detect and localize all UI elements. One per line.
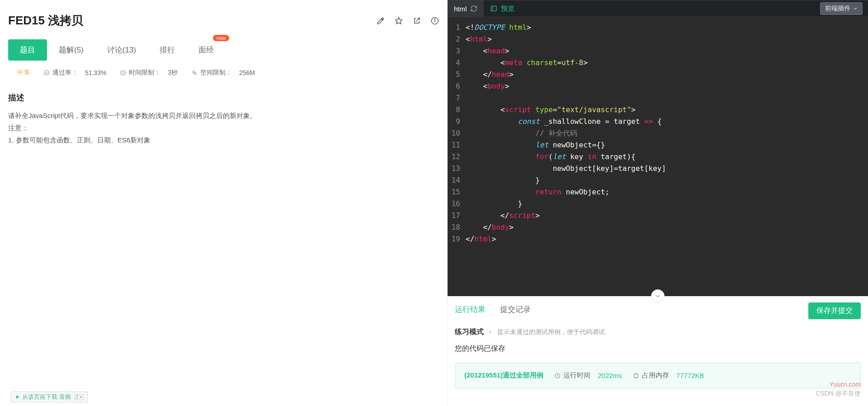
tab-ranking[interactable]: 排行 xyxy=(148,39,187,61)
watermark-csdn: CSDN @不良使 xyxy=(816,390,861,398)
line-gutter: 1 2 3 4 5 6 7 8 9 10 11 12 13 14 15 16 1… xyxy=(448,17,463,296)
tab-run-result[interactable]: 运行结果 xyxy=(455,304,486,317)
tab-interview[interactable]: 面经 new xyxy=(187,39,226,61)
star-icon[interactable] xyxy=(395,17,403,25)
chevron-down-icon xyxy=(853,6,858,11)
practice-mode-label: 练习模式 xyxy=(455,327,484,337)
mode-hint: 提示未通过的测试用例，便于代码调试 xyxy=(497,328,605,336)
problem-title: FED15 浅拷贝 xyxy=(8,13,83,28)
svg-point-4 xyxy=(44,71,49,76)
code-editor[interactable]: <!DOCTYPE html> <html> <head> <meta char… xyxy=(463,17,868,296)
new-badge: new xyxy=(213,35,229,41)
svg-marker-7 xyxy=(16,395,19,399)
tab-interview-label: 面经 xyxy=(198,46,214,54)
description-heading: 描述 xyxy=(0,90,447,109)
editor-tab-preview[interactable]: 预览 xyxy=(484,0,521,17)
title-actions xyxy=(377,17,439,25)
layout-icon xyxy=(490,5,497,12)
svg-marker-10 xyxy=(490,331,492,333)
difficulty: 中等 xyxy=(17,69,30,77)
chevron-down-icon xyxy=(655,293,661,299)
svg-rect-12 xyxy=(634,373,638,377)
editor-panel: html 预览 前端插件 1 2 3 4 5 6 7 8 9 10 11 12 … xyxy=(448,0,868,296)
meta-row: 中等 通过率： 51.33% 时间限制： 3秒 空间限制： 256M xyxy=(0,61,447,90)
info-icon[interactable] xyxy=(431,17,439,25)
tab-problem[interactable]: 题目 xyxy=(8,39,47,61)
refresh-icon[interactable] xyxy=(470,5,477,12)
tab-submit-history[interactable]: 提交记录 xyxy=(500,304,531,317)
svg-rect-8 xyxy=(491,6,496,11)
clock-icon xyxy=(554,373,561,379)
memory-icon xyxy=(633,373,639,379)
result-tabs: 运行结果 提交记录 xyxy=(455,304,531,317)
editor-tab-html[interactable]: html xyxy=(448,0,484,17)
pass-result-box: (201219551)通过全部用例 运行时间 2022ms 占用内存 77772… xyxy=(455,363,861,388)
pass-rate: 通过率： 51.33% xyxy=(43,69,106,77)
watermark-site: Yuucn.com xyxy=(830,381,861,388)
tab-discuss[interactable]: 讨论(13) xyxy=(95,39,148,61)
time-limit: 时间限制： 3秒 xyxy=(120,69,178,77)
svg-marker-0 xyxy=(396,17,402,24)
svg-point-3 xyxy=(434,19,435,19)
description-body: 请补全JavaScript代码，要求实现一个对象参数的浅拷贝并返回拷贝之后的新对… xyxy=(0,109,447,146)
edit-icon[interactable] xyxy=(377,17,385,25)
space-limit: 空间限制： 256M xyxy=(191,69,255,77)
saved-message: 您的代码已保存 xyxy=(448,337,868,358)
share-icon[interactable] xyxy=(413,17,421,25)
tab-solution[interactable]: 题解(5) xyxy=(47,39,95,61)
caret-down-icon[interactable] xyxy=(488,330,493,335)
save-submit-button[interactable]: 保存并提交 xyxy=(808,302,861,319)
plugin-button[interactable]: 前端插件 xyxy=(820,2,863,15)
collapse-toggle[interactable] xyxy=(651,289,665,303)
pass-text: (201219551)通过全部用例 xyxy=(464,371,543,380)
svg-point-6 xyxy=(193,72,195,74)
audio-download-bar[interactable]: 从该页面下载 音频 2 × xyxy=(11,392,88,402)
problem-tabs: 题目 题解(5) 讨论(13) 排行 面经 new xyxy=(8,39,439,61)
